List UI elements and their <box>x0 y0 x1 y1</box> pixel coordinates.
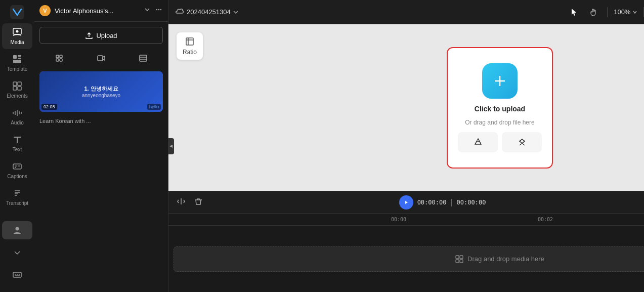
view-tabs <box>34 49 168 67</box>
svg-point-12 <box>16 227 19 231</box>
timeline-area: 00:00:00 | 00:00:00 <box>168 191 644 292</box>
panel-collapse-button[interactable]: ◀ <box>168 138 174 154</box>
chevron-down-icon <box>12 247 22 258</box>
sidebar-item-audio[interactable]: Audio <box>2 104 32 130</box>
svg-rect-37 <box>456 256 459 259</box>
svg-rect-9 <box>13 87 17 90</box>
svg-rect-6 <box>13 60 21 63</box>
ruler-mark-0: 00:00 <box>391 217 538 222</box>
menu-icon[interactable] <box>155 6 163 16</box>
svg-rect-21 <box>98 56 103 61</box>
toolbar-center: 100% <box>567 5 644 20</box>
media-title: 1. 안녕하세요 <box>84 85 118 93</box>
svg-rect-3 <box>13 55 17 59</box>
media-subtitle: annyeonghaseyo <box>82 93 120 98</box>
sidebar-item-captions-label: Captions <box>7 174 27 179</box>
view-tab-list[interactable] <box>123 51 163 65</box>
sidebar-item-elements-label: Elements <box>7 93 28 99</box>
sidebar-item-captions[interactable]: Captions <box>2 157 32 183</box>
file-name[interactable]: 202404251304 <box>187 8 239 16</box>
pointer-tool[interactable] <box>567 5 582 20</box>
zoom-control[interactable]: 100% <box>614 8 637 16</box>
profile-icon <box>12 225 22 235</box>
chevron-down-icon[interactable] <box>144 6 151 15</box>
drop-zone-text: Drag and drop media here <box>467 255 544 263</box>
dropbox-button[interactable] <box>502 132 542 152</box>
sidebar-item-profile[interactable] <box>2 221 32 239</box>
zoom-dropdown-icon <box>632 10 637 15</box>
google-drive-button[interactable] <box>458 132 498 152</box>
svg-rect-20 <box>60 59 62 61</box>
view-tab-video[interactable] <box>81 51 121 65</box>
upload-button[interactable]: Upload <box>39 27 163 44</box>
svg-point-2 <box>16 30 19 33</box>
sidebar-item-media-label: Media <box>10 39 24 45</box>
time-total: 00:00:00 <box>457 199 486 206</box>
hand-tool[interactable] <box>586 5 601 20</box>
keyboard-icon <box>12 270 22 280</box>
svg-rect-32 <box>186 38 193 45</box>
svg-rect-40 <box>460 260 463 263</box>
sidebar-item-text[interactable]: Text <box>2 131 32 156</box>
template-icon <box>12 54 22 64</box>
timeline-ruler: 00:00 00:02 00:04 <box>168 214 644 226</box>
dropbox-icon <box>517 137 527 147</box>
sidebar-item-media[interactable]: Media <box>2 23 32 49</box>
play-button[interactable] <box>399 195 413 210</box>
panel-header: V Victor Alphonsus's... <box>34 0 168 22</box>
svg-point-14 <box>156 9 157 10</box>
app-logo <box>9 4 25 20</box>
ratio-icon <box>185 36 195 47</box>
sidebar-item-template[interactable]: Template <box>2 50 32 76</box>
svg-rect-17 <box>56 55 59 58</box>
play-icon <box>404 200 409 205</box>
upload-services <box>458 132 542 152</box>
elements-icon <box>12 81 22 91</box>
toolbar-left: 202404251304 <box>175 6 563 18</box>
main-area: 202404251304 100% <box>168 0 644 292</box>
upload-sub-text: Or drag and drop file here <box>465 119 534 126</box>
media-list: 1. 안녕하세요 annyeonghaseyo 02:08 hello Lear… <box>34 67 168 128</box>
media-thumbnail: 1. 안녕하세요 annyeonghaseyo 02:08 hello <box>39 71 163 112</box>
media-icon <box>12 27 22 37</box>
sidebar-item-elements[interactable]: Elements <box>2 77 32 103</box>
left-panel: V Victor Alphonsus's... Upload <box>34 0 168 292</box>
toolbar-separator <box>607 7 608 17</box>
cloud-icon <box>175 6 185 18</box>
time-separator: | <box>450 198 452 207</box>
svg-rect-8 <box>18 82 21 86</box>
timeline-delete-button[interactable] <box>192 195 205 210</box>
split-icon <box>177 197 185 205</box>
timeline-split-button[interactable] <box>175 195 188 210</box>
ratio-button[interactable]: Ratio <box>177 32 203 60</box>
upload-label: Upload <box>96 32 117 39</box>
svg-rect-38 <box>460 256 463 259</box>
svg-rect-5 <box>18 58 21 59</box>
view-tab-grid[interactable] <box>39 51 79 65</box>
media-item[interactable]: 1. 안녕하세요 annyeonghaseyo 02:08 hello <box>39 71 163 112</box>
media-hello-badge: hello <box>147 104 161 110</box>
time-current: 00:00:00 <box>417 199 447 206</box>
plus-icon <box>491 72 509 90</box>
text-icon <box>12 135 22 145</box>
user-name: Victor Alphonsus's... <box>55 7 140 15</box>
pointer-icon <box>570 8 579 17</box>
timeline-toolbar-left <box>175 195 205 210</box>
captions-icon <box>12 161 22 172</box>
sidebar-item-keyboard[interactable] <box>2 266 32 284</box>
timeline-toolbar-center: 00:00:00 | 00:00:00 <box>209 195 644 210</box>
sidebar-item-template-label: Template <box>7 66 28 72</box>
svg-rect-18 <box>60 55 62 58</box>
sidebar-item-transcript[interactable]: Transcript <box>2 184 32 210</box>
upload-zone-icon[interactable] <box>482 63 518 99</box>
sidebar-item-expand[interactable] <box>2 243 32 262</box>
upload-zone: Click to upload Or drag and drop file he… <box>447 47 553 169</box>
svg-rect-39 <box>456 260 459 263</box>
canvas-area: Ratio Click to upload Or drag and drop f… <box>168 24 644 191</box>
svg-rect-22 <box>140 55 147 61</box>
svg-rect-4 <box>18 55 21 57</box>
sidebar-item-text-label: Text <box>13 147 22 152</box>
hand-icon <box>589 8 598 17</box>
media-drop-zone[interactable]: Drag and drop media here <box>174 246 644 272</box>
sidebar: Media Template Elements Audio Text <box>0 0 34 292</box>
